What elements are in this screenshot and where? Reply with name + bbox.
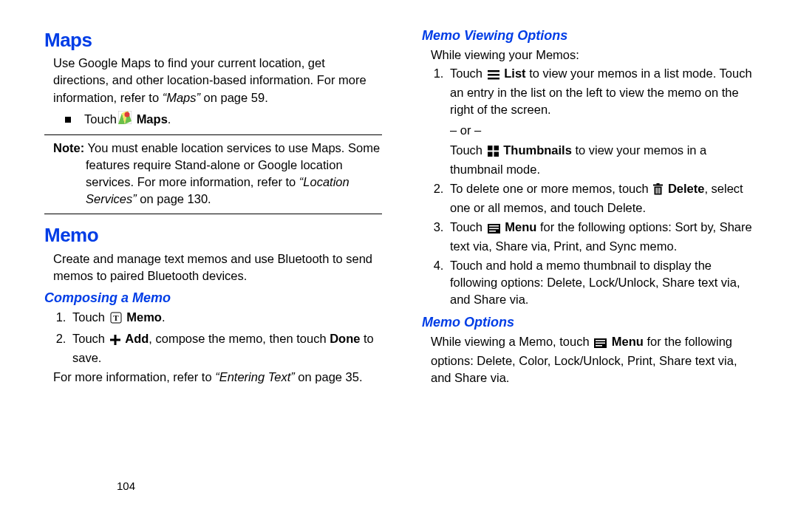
svg-text:T: T [113, 313, 119, 322]
svg-rect-5 [110, 339, 120, 341]
text: For more information, refer to [53, 370, 215, 383]
thumbnails-label: Thumbnails [503, 143, 572, 157]
or-divider: – or – [450, 122, 760, 139]
ref-maps: “Maps” [163, 91, 200, 104]
step-1: Touch T Memo. [69, 309, 382, 328]
list-icon [488, 67, 499, 84]
list-label: List [504, 66, 525, 80]
bullet-square-icon [65, 117, 71, 123]
memo-options-text: While viewing a Memo, touch Menu for the… [431, 333, 760, 386]
done-label: Done [330, 332, 360, 345]
note-body-start: You must enable location services to use… [87, 141, 380, 154]
maps-description: Use Google Maps to find your current loc… [53, 55, 382, 106]
viewing-steps: Touch List to view your memos in a list … [431, 65, 760, 308]
composing-steps: Touch T Memo. Touch Add, compose the mem… [53, 309, 382, 366]
svg-rect-14 [657, 183, 660, 185]
svg-rect-17 [658, 188, 658, 194]
thumbnails-icon [488, 144, 499, 161]
heading-memo-options: Memo Options [422, 313, 760, 332]
step-3: Touch Menu for the following options: So… [447, 219, 760, 255]
svg-rect-11 [488, 151, 493, 157]
text: Touch [450, 143, 486, 157]
memo-label: Memo [126, 310, 162, 324]
step-4: Touch and hold a memo thumbnail to displ… [447, 257, 760, 308]
memo-description: Create and manage text memos and use Blu… [53, 250, 382, 284]
text: Touch [72, 310, 109, 324]
maps-app-icon [118, 111, 132, 129]
svg-rect-26 [596, 345, 602, 347]
divider [44, 134, 382, 135]
svg-point-1 [125, 112, 130, 117]
svg-rect-20 [489, 225, 499, 227]
page-number: 104 [117, 478, 135, 494]
text: Touch [84, 111, 117, 128]
divider [44, 214, 382, 214]
heading-memo-viewing: Memo Viewing Options [422, 27, 760, 45]
svg-rect-7 [488, 74, 499, 76]
text: To delete one or more memos, touch [450, 182, 652, 195]
add-icon [110, 332, 120, 349]
note-label: Note: [53, 141, 84, 154]
viewing-intro: While viewing your Memos: [431, 47, 760, 64]
menu-icon [594, 335, 607, 352]
text: Touch [450, 66, 486, 80]
maps-touch-bullet: Touch Maps. [65, 111, 382, 129]
memo-app-icon: T [110, 311, 122, 328]
text: on page 59. [200, 91, 268, 104]
menu-label: Menu [505, 220, 536, 233]
text: Touch [450, 220, 486, 233]
maps-note: Note: You must enable location services … [53, 140, 382, 208]
svg-rect-10 [494, 146, 499, 151]
maps-label: Maps [137, 111, 168, 128]
text: Touch [72, 332, 109, 345]
svg-rect-21 [489, 228, 499, 230]
svg-rect-12 [494, 151, 499, 157]
text: on page 130. [137, 192, 211, 205]
add-label: Add [125, 332, 149, 345]
delete-icon [653, 183, 663, 200]
text: , compose the memo, then touch [149, 332, 330, 345]
composing-more-info: For more information, refer to “Entering… [53, 369, 382, 386]
heading-maps: Maps [44, 27, 382, 53]
text: . [162, 310, 166, 324]
menu-icon [488, 221, 500, 238]
menu-label: Menu [612, 335, 644, 348]
svg-rect-6 [488, 70, 499, 72]
svg-rect-22 [489, 231, 496, 232]
text: . [168, 111, 171, 128]
svg-rect-25 [596, 342, 605, 344]
delete-label: Delete [668, 182, 705, 195]
text: While viewing a Memo, touch [431, 335, 593, 348]
step-2: Touch Add, compose the memo, then touch … [69, 330, 382, 366]
heading-memo: Memo [44, 222, 382, 248]
text: on page 35. [295, 370, 363, 383]
ref-entering-text: “Entering Text” [215, 370, 295, 383]
svg-rect-16 [656, 188, 657, 194]
step-2: To delete one or more memos, touch Delet… [447, 180, 760, 216]
step-1: Touch List to view your memos in a list … [447, 65, 760, 178]
svg-rect-18 [660, 188, 661, 194]
heading-composing: Composing a Memo [44, 289, 382, 307]
svg-rect-8 [488, 78, 499, 80]
svg-rect-24 [596, 340, 605, 341]
svg-rect-9 [488, 146, 493, 151]
